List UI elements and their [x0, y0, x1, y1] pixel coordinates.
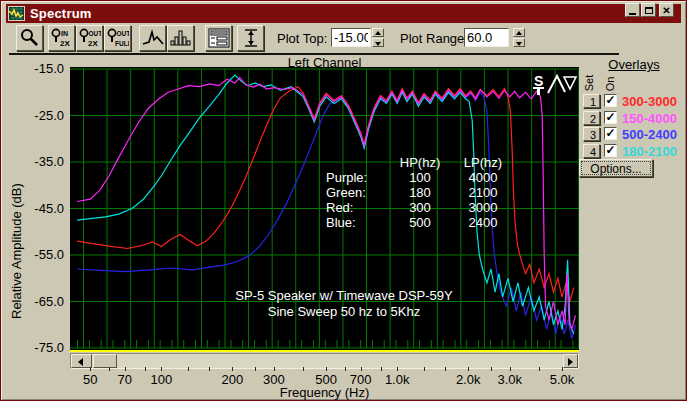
x-axis-tick	[274, 367, 275, 371]
zoom-out-full-button[interactable]: OUT FULL	[104, 25, 131, 51]
x-axis-tick	[145, 367, 146, 371]
plot-baseline	[70, 350, 579, 352]
close-icon: ✕	[662, 5, 670, 16]
overlays-on-header: On	[604, 77, 616, 92]
overlay-set-button-1[interactable]: 1	[583, 94, 600, 108]
x-axis-tick	[445, 367, 446, 371]
maximize-button[interactable]	[641, 3, 656, 17]
x-axis-tick	[562, 367, 563, 371]
x-axis-tick	[510, 367, 511, 371]
x-axis-tick	[345, 367, 346, 371]
scroll-left-button[interactable]	[71, 354, 92, 368]
plot-range-spin-down[interactable]	[513, 38, 525, 47]
overlay-on-checkbox-1[interactable]: ✓	[604, 94, 617, 107]
plot-range-label: Plot Range:	[400, 25, 468, 51]
magnifier-icon	[19, 28, 40, 48]
title-bar[interactable]: Spectrum	[6, 4, 681, 23]
spectrum-plot[interactable]: S	[70, 67, 579, 350]
overlay-on-checkbox-2[interactable]: ✓	[604, 111, 617, 124]
zoom-tool-button[interactable]	[16, 25, 43, 51]
x-axis-tick	[539, 367, 540, 371]
overlay-label-1: 300-3000	[622, 94, 677, 109]
overlay-label-2: 150-4000	[622, 111, 677, 126]
y-tick-label: -75.0	[20, 340, 64, 355]
y-tick-label: -45.0	[20, 201, 64, 216]
plot-top-input[interactable]	[331, 28, 371, 47]
x-axis-tick	[397, 367, 398, 371]
x-axis-tick	[209, 367, 210, 371]
x-axis-tick	[188, 367, 189, 371]
overlay-label-4: 180-2100	[622, 144, 677, 159]
plot-top-label: Plot Top:	[277, 25, 327, 51]
x-axis-tick	[303, 367, 304, 371]
x-axis-title: Frequency (Hz)	[70, 385, 579, 400]
spectrum-window: Spectrum ✕ IN 2X OUT 2X OUT FULL	[0, 0, 687, 401]
zoom-out-2x-button[interactable]: OUT 2X	[76, 25, 103, 51]
maximize-icon	[645, 7, 653, 14]
x-axis-tick	[90, 367, 91, 371]
svg-text:2X: 2X	[60, 39, 70, 48]
settings-list-icon	[208, 28, 230, 48]
bars-icon	[170, 29, 192, 47]
y-tick-label: -35.0	[20, 154, 64, 169]
plot-range-spin-up[interactable]	[513, 28, 525, 37]
vertical-ruler-icon	[241, 28, 261, 48]
scroll-right-button[interactable]	[563, 354, 578, 368]
x-axis-tick	[381, 367, 382, 371]
svg-text:IN: IN	[61, 30, 68, 37]
y-tick-label: -55.0	[20, 247, 64, 262]
y-tick-label: -15.0	[20, 61, 64, 76]
x-axis-tick	[326, 367, 327, 371]
x-axis-tick	[424, 367, 425, 371]
plot-top-spin-up[interactable]	[372, 28, 384, 37]
bar-display-button[interactable]	[167, 25, 194, 51]
x-axis-tick	[109, 367, 110, 371]
options-button[interactable]: Options...	[579, 159, 653, 177]
display-options-button[interactable]	[205, 25, 232, 51]
minimize-icon	[629, 13, 636, 15]
x-axis-tick	[125, 367, 126, 371]
overlay-on-checkbox-3[interactable]: ✓	[604, 127, 617, 140]
x-axis-tick	[491, 367, 492, 371]
minimize-button[interactable]	[625, 3, 640, 17]
svg-text:2X: 2X	[88, 39, 98, 48]
plot-top-spin-down[interactable]	[372, 38, 384, 47]
svg-text:OUT: OUT	[117, 30, 130, 37]
peak-curve-icon	[142, 29, 164, 47]
x-axis-tick	[468, 367, 469, 371]
scrollbar-thumb[interactable]	[93, 354, 117, 368]
zoom-out-full-icon: OUT FULL	[106, 27, 129, 49]
svg-text:FULL: FULL	[115, 40, 129, 47]
overlay-set-button-4[interactable]: 4	[583, 144, 600, 158]
y-tick-label: -65.0	[20, 294, 64, 309]
y-tick-label: -25.0	[20, 108, 64, 123]
x-axis-tick	[161, 367, 162, 371]
overlay-on-checkbox-4[interactable]: ✓	[604, 144, 617, 157]
plot-range-input[interactable]	[464, 28, 509, 47]
overlay-label-3: 500-2400	[622, 127, 677, 142]
overlays-set-header: Set	[583, 75, 595, 92]
x-axis-tick	[255, 367, 256, 371]
x-axis-tick	[361, 367, 362, 371]
svg-text:OUT: OUT	[89, 30, 102, 37]
app-icon	[8, 6, 25, 21]
overlays-title: Overlays	[599, 57, 669, 72]
zoom-in-2x-icon: IN 2X	[50, 27, 73, 49]
plot-top-spinner	[372, 28, 384, 47]
zoom-in-2x-button[interactable]: IN 2X	[48, 25, 75, 51]
svg-text:S: S	[534, 73, 543, 89]
vertical-scale-button[interactable]	[237, 25, 264, 51]
plot-range-spinner	[513, 28, 525, 47]
close-button[interactable]: ✕	[659, 3, 674, 17]
peak-display-button[interactable]	[139, 25, 166, 51]
overlay-set-button-3[interactable]: 3	[583, 127, 600, 141]
frequency-scrollbar[interactable]	[70, 353, 579, 369]
overlay-set-button-2[interactable]: 2	[583, 111, 600, 125]
zoom-out-2x-icon: OUT 2X	[78, 27, 101, 49]
window-title: Spectrum	[30, 6, 92, 21]
x-axis-tick	[232, 367, 233, 371]
